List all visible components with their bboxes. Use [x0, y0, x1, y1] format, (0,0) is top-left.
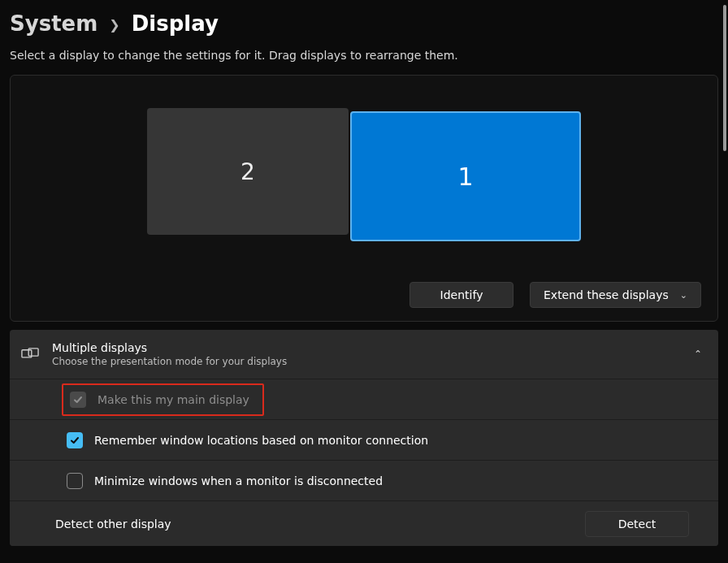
checkbox-main-display — [70, 392, 86, 408]
identify-button[interactable]: Identify — [410, 282, 514, 308]
option-row-remember-locations[interactable]: Remember window locations based on monit… — [10, 419, 718, 460]
chevron-right-icon: ❯ — [109, 17, 119, 32]
expander-texts: Multiple displays Choose the presentatio… — [52, 341, 681, 367]
multiple-displays-header[interactable]: Multiple displays Choose the presentatio… — [10, 330, 718, 379]
arrangement-actions: Identify Extend these displays ⌄ — [27, 282, 701, 308]
page-subtitle: Select a display to change the settings … — [10, 49, 718, 62]
chevron-up-icon: ⌃ — [694, 349, 702, 360]
checkbox-minimize-disconnect[interactable] — [67, 473, 83, 489]
breadcrumb-parent[interactable]: System — [10, 11, 98, 36]
expander-subtitle: Choose the presentation mode for your di… — [52, 356, 681, 367]
breadcrumb: System ❯ Display — [10, 11, 718, 36]
display-mode-selected: Extend these displays — [544, 288, 669, 301]
checkbox-remember-locations[interactable] — [67, 432, 83, 448]
chevron-down-icon: ⌄ — [680, 290, 687, 301]
detect-label: Detect other display — [55, 518, 171, 531]
option-label-main-display: Make this my main display — [98, 393, 249, 406]
scrollbar[interactable] — [723, 5, 726, 151]
displays-icon — [21, 348, 39, 361]
detect-other-display-row: Detect other display Detect — [10, 500, 718, 546]
page-title: Display — [132, 11, 219, 36]
display-arrangement-canvas[interactable]: 2 1 — [27, 108, 701, 241]
detect-button[interactable]: Detect — [585, 511, 689, 537]
display-settings-page: System ❯ Display Select a display to cha… — [0, 0, 728, 546]
monitor-1-selected[interactable]: 1 — [350, 111, 581, 241]
option-label-remember-locations: Remember window locations based on monit… — [94, 434, 428, 447]
multiple-displays-expander: Multiple displays Choose the presentatio… — [10, 330, 718, 546]
option-row-minimize-disconnect[interactable]: Minimize windows when a monitor is disco… — [10, 460, 718, 500]
expander-title: Multiple displays — [52, 341, 681, 354]
display-mode-dropdown[interactable]: Extend these displays ⌄ — [530, 282, 701, 308]
display-arrangement-card: 2 1 Identify Extend these displays ⌄ — [10, 75, 718, 322]
option-row-main-display: Make this my main display — [10, 379, 718, 419]
highlighted-option: Make this my main display — [62, 383, 264, 416]
option-label-minimize-disconnect: Minimize windows when a monitor is disco… — [94, 474, 383, 487]
monitor-2[interactable]: 2 — [147, 108, 349, 235]
